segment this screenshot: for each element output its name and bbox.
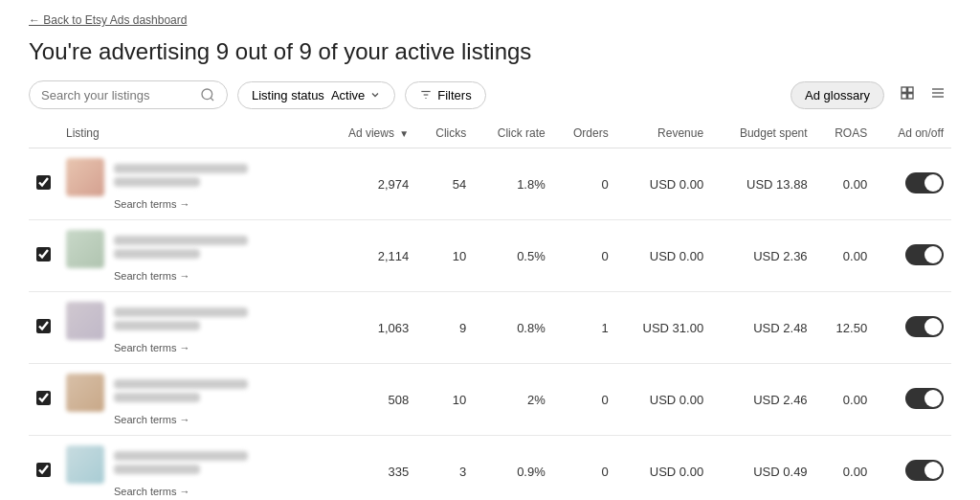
filter-icon: [419, 88, 433, 102]
listing-thumbnail: [66, 158, 104, 196]
listing-cell: Search terms →: [58, 436, 322, 501]
clicks-cell: 54: [416, 148, 474, 220]
ad-toggle-cell: ✓: [875, 148, 951, 220]
grid-icon: [900, 85, 915, 101]
roas-cell: 0.00: [815, 220, 876, 292]
list-view-button[interactable]: [924, 81, 951, 109]
click-rate-cell: 0.5%: [474, 220, 553, 292]
click-rate-cell: 1.8%: [474, 148, 553, 220]
budget-spent-cell: USD 0.49: [711, 436, 814, 501]
ad-glossary-label: Ad glossary: [805, 88, 870, 102]
ad-toggle-cell: ✓: [875, 364, 951, 436]
header-budget-spent: Budget spent: [711, 121, 814, 148]
header-roas: ROAS: [815, 121, 876, 148]
svg-rect-8: [908, 93, 913, 98]
row-checkbox[interactable]: [36, 463, 51, 477]
listing-thumbnail: [66, 445, 104, 484]
roas-cell: 12.50: [815, 292, 876, 364]
revenue-cell: USD 0.00: [616, 436, 712, 501]
svg-rect-6: [908, 87, 913, 92]
svg-point-0: [202, 89, 212, 100]
toggle-thumb: [924, 246, 942, 263]
header-listing: Listing: [58, 121, 322, 148]
header-ad-views[interactable]: Ad views ▼: [322, 121, 416, 148]
table-row: Search terms →508102%0USD 0.00USD 2.460.…: [29, 364, 951, 436]
revenue-cell: USD 0.00: [616, 148, 712, 220]
svg-rect-7: [902, 93, 906, 98]
roas-cell: 0.00: [815, 436, 876, 501]
chevron-down-icon: [369, 89, 381, 101]
toggle-thumb: [924, 318, 942, 335]
filters-button[interactable]: Filters: [405, 81, 485, 109]
header-revenue: Revenue: [616, 121, 712, 148]
search-input[interactable]: [41, 88, 194, 102]
clicks-cell: 3: [416, 436, 474, 501]
clicks-cell: 9: [416, 292, 474, 364]
budget-spent-cell: USD 2.48: [711, 292, 814, 364]
header-ad-on-off: Ad on/off: [875, 121, 951, 148]
ad-toggle[interactable]: ✓: [905, 316, 944, 337]
ad-toggle-cell: ✓: [875, 220, 951, 292]
listing-cell: Search terms →: [58, 220, 322, 292]
toolbar: Listing status Active Filters Ad glossar…: [0, 80, 980, 121]
listing-thumbnail: [66, 374, 104, 412]
revenue-cell: USD 0.00: [616, 220, 712, 292]
search-terms-link[interactable]: Search terms →: [66, 414, 314, 425]
table-row: Search terms →2,974541.8%0USD 0.00USD 13…: [29, 148, 951, 220]
row-checkbox-cell: [29, 148, 58, 220]
ad-views-cell: 335: [322, 436, 416, 501]
page-title: You're advertising 9 out of 9 of your ac…: [0, 27, 980, 80]
toggle-thumb: [924, 390, 942, 407]
row-checkbox[interactable]: [36, 175, 51, 190]
listings-table-container: Listing Ad views ▼ Clicks Click rate Ord…: [0, 121, 980, 500]
toggle-thumb: [924, 462, 942, 479]
header-orders: Orders: [553, 121, 616, 148]
orders-cell: 1: [553, 292, 616, 364]
search-terms-link[interactable]: Search terms →: [66, 270, 314, 282]
ad-toggle[interactable]: ✓: [905, 172, 944, 193]
ad-toggle[interactable]: ✓: [905, 388, 944, 409]
listing-status-label: Listing status: [252, 88, 324, 102]
row-checkbox-cell: [29, 364, 58, 436]
roas-cell: 0.00: [815, 148, 876, 220]
listing-cell: Search terms →: [58, 148, 322, 220]
table-row: Search terms →2,114100.5%0USD 0.00USD 2.…: [29, 220, 951, 292]
row-checkbox[interactable]: [36, 391, 51, 405]
ad-toggle-cell: ✓: [875, 436, 951, 501]
row-checkbox-cell: [29, 220, 58, 292]
budget-spent-cell: USD 2.36: [711, 220, 814, 292]
filters-label: Filters: [437, 88, 471, 102]
budget-spent-cell: USD 13.88: [711, 148, 814, 220]
back-link[interactable]: ← Back to Etsy Ads dashboard: [0, 0, 980, 27]
listing-thumbnail: [66, 302, 104, 340]
roas-cell: 0.00: [815, 364, 876, 436]
row-checkbox[interactable]: [36, 247, 51, 261]
clicks-cell: 10: [416, 220, 474, 292]
ad-toggle[interactable]: ✓: [905, 460, 944, 481]
listing-text-blur: [114, 379, 248, 406]
listing-text-blur: [114, 236, 248, 262]
search-terms-link[interactable]: Search terms →: [66, 342, 314, 353]
search-terms-link[interactable]: Search terms →: [66, 198, 314, 210]
back-link-text: ← Back to Etsy Ads dashboard: [29, 13, 187, 27]
search-terms-link[interactable]: Search terms →: [66, 486, 314, 497]
row-checkbox[interactable]: [36, 319, 51, 333]
listing-thumbnail: [66, 230, 104, 268]
list-icon: [930, 85, 946, 101]
header-clicks: Clicks: [416, 121, 474, 148]
click-rate-cell: 2%: [474, 364, 553, 436]
header-checkbox-cell: [29, 121, 58, 148]
ad-toggle[interactable]: ✓: [905, 244, 944, 265]
grid-view-button[interactable]: [894, 81, 921, 109]
revenue-cell: USD 0.00: [616, 364, 712, 436]
ad-views-cell: 2,114: [322, 220, 416, 292]
ad-views-cell: 508: [322, 364, 416, 436]
header-click-rate: Click rate: [474, 121, 553, 148]
table-row: Search terms →33530.9%0USD 0.00USD 0.490…: [29, 436, 951, 501]
search-box[interactable]: [29, 80, 228, 109]
table-header-row: Listing Ad views ▼ Clicks Click rate Ord…: [29, 121, 951, 148]
listing-cell: Search terms →: [58, 292, 322, 364]
listing-text-blur: [114, 307, 248, 334]
ad-glossary-button[interactable]: Ad glossary: [791, 81, 884, 109]
listing-status-filter[interactable]: Listing status Active: [237, 81, 395, 109]
